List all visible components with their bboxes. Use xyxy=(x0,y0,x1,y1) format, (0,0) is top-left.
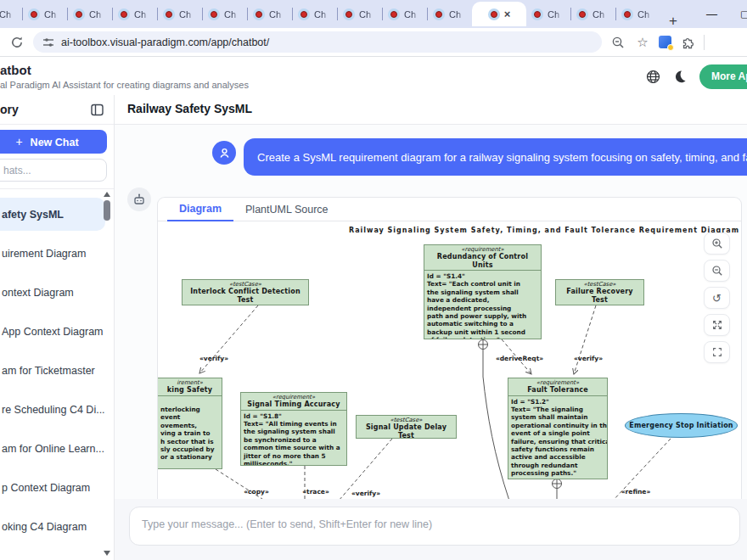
address-bar[interactable]: ai-toolbox.visual-paradigm.com/app/chatb… xyxy=(33,31,602,53)
tab-label: Ch xyxy=(548,9,563,20)
browser-tab[interactable]: Ch xyxy=(113,0,157,28)
edge-label: «trace» xyxy=(302,488,329,496)
site-settings-icon[interactable] xyxy=(42,36,54,48)
browser-tab[interactable]: Ch xyxy=(338,0,382,28)
collapse-sidebar-icon[interactable] xyxy=(90,103,104,117)
new-chat-button[interactable]: +New Chat xyxy=(0,130,107,154)
sidebar-divider xyxy=(0,188,114,189)
tab-list: ChChChChChChChChChChCh×ChChCh xyxy=(0,0,660,28)
diagram-node-emergency-stop-initiation[interactable]: Emergency Stop Initiation xyxy=(625,413,738,438)
app-window: ChChChChChChChChChChCh×ChChCh + — ▢ ai-t… xyxy=(0,0,747,560)
browser-tab[interactable]: Ch xyxy=(158,0,202,28)
browser-tab-strip: ChChChChChChChChChChCh×ChChCh + xyxy=(0,0,747,28)
fullscreen-button[interactable] xyxy=(704,341,730,363)
chat-history-item[interactable]: App Context Diagram xyxy=(0,315,105,348)
toolbar-divider xyxy=(704,35,705,50)
visual-paradigm-favicon xyxy=(208,8,220,20)
browser-tab[interactable]: Ch xyxy=(203,0,247,28)
visual-paradigm-favicon xyxy=(576,8,588,20)
tab-close-icon[interactable]: × xyxy=(504,8,511,20)
browser-tab[interactable]: Ch xyxy=(248,0,292,28)
visual-paradigm-favicon xyxy=(388,8,400,20)
diagram-node-fault-tolerance[interactable]: «requirement»Fault ToleranceId = "S1.2"T… xyxy=(508,378,608,479)
chat-history-item[interactable]: p Context Diagram xyxy=(0,471,105,504)
diagram-node-redundancy-of-control-units[interactable]: «requirement»Redundancy of Control Units… xyxy=(424,244,542,339)
browser-tab[interactable]: Ch xyxy=(68,0,112,28)
chat-history-item[interactable]: uirement Diagram xyxy=(0,237,105,270)
chat-history-item[interactable]: am for Ticketmaster xyxy=(0,354,105,387)
plus-icon: + xyxy=(15,135,22,148)
edge-label: «verify» xyxy=(199,355,228,362)
tab-label: Ch xyxy=(637,9,653,20)
dark-mode-moon-icon[interactable] xyxy=(672,69,688,84)
tab-label: Ch xyxy=(179,9,194,20)
history-sidebar: ory +New Chat afety SysMLuirement Diagra… xyxy=(0,95,115,560)
chat-history-item[interactable]: ontext Diagram xyxy=(0,276,105,309)
browser-tab-active[interactable]: × xyxy=(472,2,526,26)
bookmark-star-icon[interactable]: ☆ xyxy=(634,34,651,51)
chat-history-item[interactable]: afety SysML xyxy=(0,198,105,231)
window-minimize-button[interactable]: — xyxy=(706,0,717,28)
zoom-out-button[interactable] xyxy=(704,260,730,282)
expand-button[interactable] xyxy=(704,314,730,336)
tab-label: Ch xyxy=(404,9,419,20)
message-input[interactable] xyxy=(129,507,740,546)
browser-tab[interactable]: Ch xyxy=(293,0,337,28)
diagram-node-signal-timing-accuracy[interactable]: «requirement»Signal Timing AccuracyId = … xyxy=(240,392,347,466)
tab-label: Ch xyxy=(0,9,14,20)
browser-tab[interactable]: Ch xyxy=(616,0,660,28)
browser-tab[interactable]: Ch xyxy=(526,0,570,28)
tab-label: Ch xyxy=(224,9,239,20)
window-maximize-button[interactable]: ▢ xyxy=(740,0,747,28)
diagram-node-failure-recovery-test[interactable]: «testCase»Failure Recovery Test xyxy=(555,279,644,305)
edge-label: «verify» xyxy=(574,355,603,362)
browser-tab[interactable]: Ch xyxy=(23,0,67,28)
tab-label: Ch xyxy=(134,9,149,20)
search-chats-input[interactable] xyxy=(0,159,107,182)
browser-tab[interactable]: Ch xyxy=(428,0,472,28)
chat-history-item[interactable]: am for Online Learn... xyxy=(0,432,105,465)
more-apps-button[interactable]: More Ap xyxy=(699,64,747,89)
user-message-bubble: Create a SysML requirement diagram for a… xyxy=(244,138,747,176)
diagram-controls: ↺ xyxy=(704,232,730,363)
visual-paradigm-favicon xyxy=(73,8,85,20)
messages-area: Create a SysML requirement diagram for a… xyxy=(115,125,747,499)
reload-icon[interactable] xyxy=(8,34,25,51)
browser-tab[interactable]: Ch xyxy=(383,0,427,28)
tab-plantuml-source[interactable]: PlantUML Source xyxy=(233,199,340,221)
language-globe-icon[interactable] xyxy=(645,69,660,84)
chat-history-item[interactable]: oking C4 Diagram xyxy=(0,510,105,543)
visual-paradigm-favicon xyxy=(163,8,175,20)
visual-paradigm-favicon xyxy=(621,8,633,20)
extensions-puzzle-icon[interactable] xyxy=(679,34,696,51)
diagram-viewport[interactable]: Railway Signaling System Safety, Timing,… xyxy=(158,221,741,499)
browser-tab[interactable]: Ch xyxy=(571,0,615,28)
tab-label: Ch xyxy=(269,9,284,20)
diagram-node-signal-update-delay-test[interactable]: «testCase»Signal Update Delay Test xyxy=(356,415,457,439)
sidebar-header: ory xyxy=(0,95,114,125)
visual-paradigm-favicon xyxy=(253,8,265,20)
diagram-node-interlocking-safety[interactable]: irement»king Safety nterlockingeventovem… xyxy=(158,378,222,469)
diagram-node-interlock-conflict-test[interactable]: «testCase»Interlock Conflict Detection T… xyxy=(182,279,309,305)
profile-extension-icon[interactable] xyxy=(659,36,671,48)
tab-label: Ch xyxy=(593,9,608,20)
scrollbar-down-arrow[interactable] xyxy=(104,551,110,556)
chat-history-item[interactable]: re Scheduling C4 Di... xyxy=(0,393,105,426)
scrollbar-thumb[interactable] xyxy=(104,200,110,221)
reset-view-button[interactable]: ↺ xyxy=(704,287,730,309)
zoom-icon[interactable] xyxy=(609,34,626,51)
tab-label: Ch xyxy=(359,9,374,20)
bot-avatar xyxy=(127,188,151,211)
zoom-in-button[interactable] xyxy=(704,232,730,255)
person-icon xyxy=(218,147,231,160)
visual-paradigm-favicon xyxy=(531,8,543,20)
scrollbar-up-arrow[interactable] xyxy=(104,192,110,197)
tab-label: Ch xyxy=(89,9,104,20)
new-tab-button[interactable]: + xyxy=(669,14,677,28)
chat-history-list: afety SysMLuirement Diagramontext Diagra… xyxy=(0,192,105,560)
browser-tab[interactable]: Ch xyxy=(0,0,22,28)
user-avatar xyxy=(212,141,236,165)
bot-response-card: Diagram PlantUML Source Railway Signalin… xyxy=(157,197,742,499)
edge-label: «copy» xyxy=(244,488,269,496)
tab-diagram[interactable]: Diagram xyxy=(167,199,233,221)
